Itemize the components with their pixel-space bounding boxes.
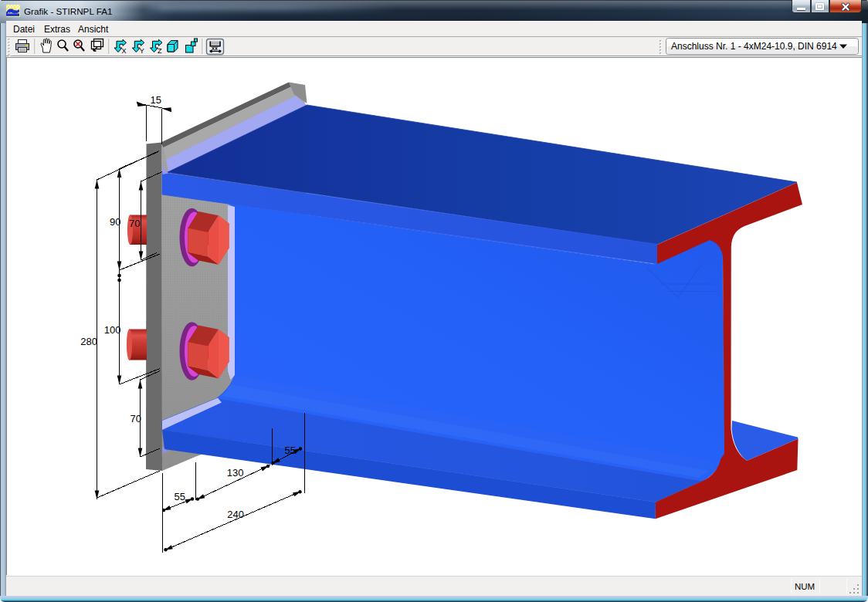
svg-text:70: 70 <box>131 413 141 424</box>
svg-text:55: 55 <box>285 445 296 456</box>
svg-text:70: 70 <box>129 218 140 229</box>
svg-text:55: 55 <box>175 491 185 502</box>
svg-text:90: 90 <box>110 216 120 228</box>
svg-text:280: 280 <box>80 336 97 347</box>
svg-text:100: 100 <box>104 324 121 336</box>
svg-text:130: 130 <box>227 467 244 479</box>
svg-text:15: 15 <box>151 94 161 106</box>
svg-text:240: 240 <box>227 509 244 520</box>
